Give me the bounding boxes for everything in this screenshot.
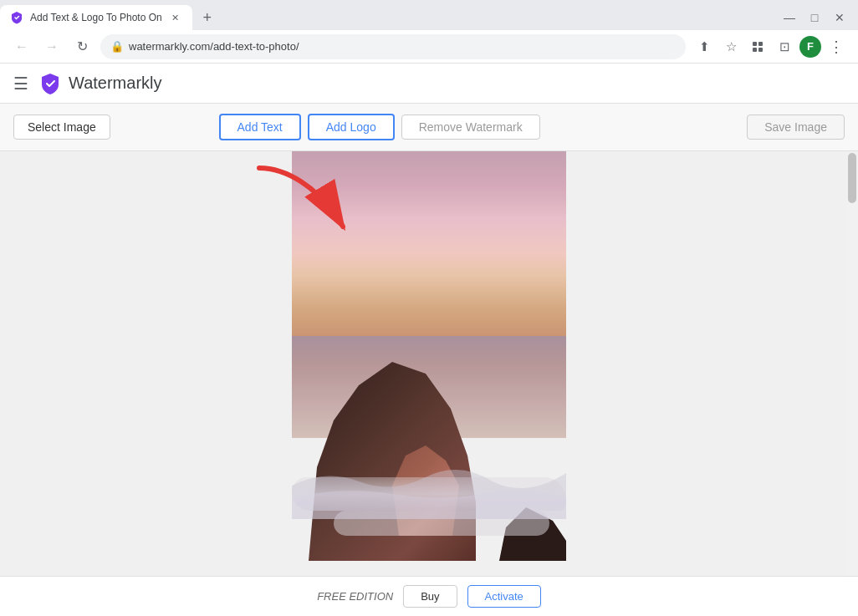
buy-button[interactable]: Buy — [403, 585, 457, 608]
close-button[interactable]: ✕ — [828, 6, 851, 29]
activate-button[interactable]: Activate — [467, 585, 541, 608]
app-name: Watermarkly — [69, 74, 161, 93]
lock-icon: 🔒 — [110, 40, 124, 53]
save-image-button[interactable]: Save Image — [747, 115, 845, 140]
select-image-button[interactable]: Select Image — [13, 115, 110, 140]
new-tab-button[interactable]: + — [196, 6, 219, 29]
url-bar[interactable]: 🔒 watermarkly.com/add-text-to-photo/ — [100, 34, 686, 59]
minimize-button[interactable]: — — [778, 6, 801, 29]
remove-watermark-button[interactable]: Remove Watermark — [401, 115, 540, 140]
svg-rect-0 — [753, 42, 757, 46]
share-icon[interactable]: ⬆ — [692, 35, 716, 59]
scrollbar[interactable] — [846, 151, 858, 576]
reload-button[interactable]: ↻ — [70, 35, 94, 59]
photo-container — [292, 151, 566, 561]
logo-shield-icon — [38, 72, 62, 95]
page-content: ☰ Watermarkly Select Image Add Text Add … — [0, 64, 858, 616]
toolbar-center: Add Text Add Logo Remove Watermark — [219, 114, 540, 140]
toolbar: Select Image Add Text Add Logo Remove Wa… — [0, 104, 858, 151]
svg-rect-2 — [753, 48, 757, 52]
add-logo-button[interactable]: Add Logo — [308, 114, 395, 140]
scrollbar-thumb[interactable] — [848, 153, 856, 203]
bookmark-icon[interactable]: ☆ — [719, 35, 743, 59]
app-logo: Watermarkly — [38, 72, 161, 95]
main-area — [0, 151, 858, 576]
add-text-button[interactable]: Add Text — [219, 114, 301, 140]
extensions-icon[interactable] — [746, 35, 769, 59]
tab-favicon — [10, 11, 23, 24]
split-screen-icon[interactable]: ⊡ — [773, 35, 796, 59]
active-tab[interactable]: Add Text & Logo To Photo On ✕ — [0, 5, 192, 30]
tab-title: Add Text & Logo To Photo On — [30, 12, 162, 23]
tab-bar: Add Text & Logo To Photo On ✕ + — □ ✕ — [0, 0, 858, 30]
address-right-icons: ⬆ ☆ ⊡ F ⋮ — [692, 35, 848, 59]
maximize-button[interactable]: □ — [803, 6, 826, 29]
profile-avatar[interactable]: F — [799, 36, 821, 58]
address-bar: ← → ↻ 🔒 watermarkly.com/add-text-to-phot… — [0, 30, 858, 64]
tab-close-button[interactable]: ✕ — [169, 11, 182, 24]
browser-chrome: Add Text & Logo To Photo On ✕ + — □ ✕ ← … — [0, 0, 858, 64]
forward-button[interactable]: → — [40, 35, 64, 59]
photo-canvas — [292, 151, 566, 561]
wave-svg — [292, 452, 566, 519]
window-controls: — □ ✕ — [778, 6, 858, 29]
footer-bar: FREE EDITION Buy Activate — [0, 576, 858, 616]
free-edition-label: FREE EDITION — [317, 590, 393, 603]
menu-button[interactable]: ⋮ — [825, 35, 848, 59]
hamburger-menu[interactable]: ☰ — [13, 74, 28, 94]
back-button[interactable]: ← — [10, 35, 33, 59]
svg-rect-1 — [758, 42, 763, 46]
svg-rect-3 — [758, 48, 763, 52]
app-header: ☰ Watermarkly — [0, 64, 858, 104]
url-text: watermarkly.com/add-text-to-photo/ — [129, 40, 299, 53]
